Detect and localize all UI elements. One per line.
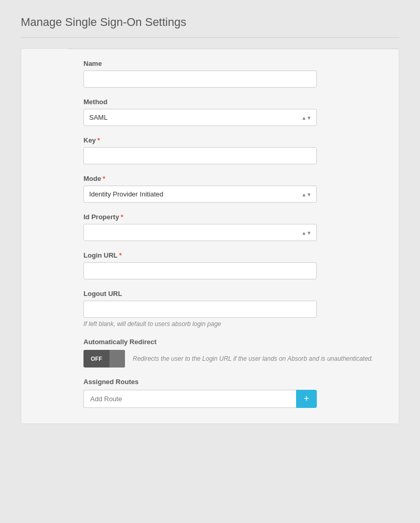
id-property-required-indicator: * (121, 213, 123, 221)
logout-url-group: Logout URL If left blank, will default t… (83, 290, 383, 328)
login-url-required-indicator: * (119, 251, 122, 259)
plus-icon: + (304, 393, 310, 404)
redirect-description: Redirects the user to the Login URL if t… (133, 355, 373, 362)
mode-required-indicator: * (103, 175, 105, 182)
name-group: Name (83, 60, 383, 88)
divider (21, 37, 399, 38)
auto-redirect-row: OFF Redirects the user to the Login URL … (83, 350, 383, 367)
assigned-routes-section: Assigned Routes + (83, 378, 383, 408)
auto-redirect-label: Automatically Redirect (83, 338, 383, 346)
routes-input-row: + (83, 390, 317, 408)
toggle-off-label: OFF (83, 350, 109, 367)
card-inner: Name Method SAML OAuth OpenID Connect ▲▼ (68, 49, 399, 423)
mode-select[interactable]: Identity Provider Initiated Service Prov… (83, 186, 317, 203)
logout-url-input[interactable] (83, 301, 317, 318)
toggle-handle (109, 350, 125, 367)
logout-url-hint: If left blank, will default to users abs… (83, 320, 383, 328)
mode-label: Mode* (83, 175, 383, 182)
auto-redirect-section: Automatically Redirect OFF Redirects the… (83, 338, 383, 367)
method-select[interactable]: SAML OAuth OpenID Connect (83, 109, 317, 126)
assigned-routes-label: Assigned Routes (83, 378, 383, 386)
auto-redirect-toggle[interactable]: OFF (83, 350, 125, 367)
id-property-select-wrapper: ▲▼ (83, 224, 317, 241)
add-route-button[interactable]: + (296, 390, 317, 408)
id-property-label: Id Property* (83, 213, 383, 221)
login-url-input[interactable] (83, 262, 317, 279)
add-route-input[interactable] (83, 390, 296, 408)
key-required-indicator: * (97, 136, 100, 144)
key-input[interactable] (83, 147, 317, 164)
mode-select-wrapper: Identity Provider Initiated Service Prov… (83, 186, 317, 203)
method-group: Method SAML OAuth OpenID Connect ▲▼ (83, 98, 383, 126)
id-property-select[interactable] (83, 224, 317, 241)
mode-group: Mode* Identity Provider Initiated Servic… (83, 175, 383, 203)
name-label: Name (83, 60, 383, 67)
login-url-group: Login URL* (83, 251, 383, 279)
login-url-label: Login URL* (83, 251, 383, 259)
id-property-group: Id Property* ▲▼ (83, 213, 383, 241)
page-title: Manage Single Sign-On Settings (21, 16, 399, 29)
settings-card: Name Method SAML OAuth OpenID Connect ▲▼ (21, 48, 399, 424)
name-input[interactable] (83, 70, 317, 88)
method-select-wrapper: SAML OAuth OpenID Connect ▲▼ (83, 109, 317, 126)
method-label: Method (83, 98, 383, 106)
page-container: Manage Single Sign-On Settings Name Meth… (0, 0, 420, 450)
logout-url-label: Logout URL (83, 290, 383, 298)
key-label: Key* (83, 136, 383, 144)
key-group: Key* (83, 136, 383, 164)
